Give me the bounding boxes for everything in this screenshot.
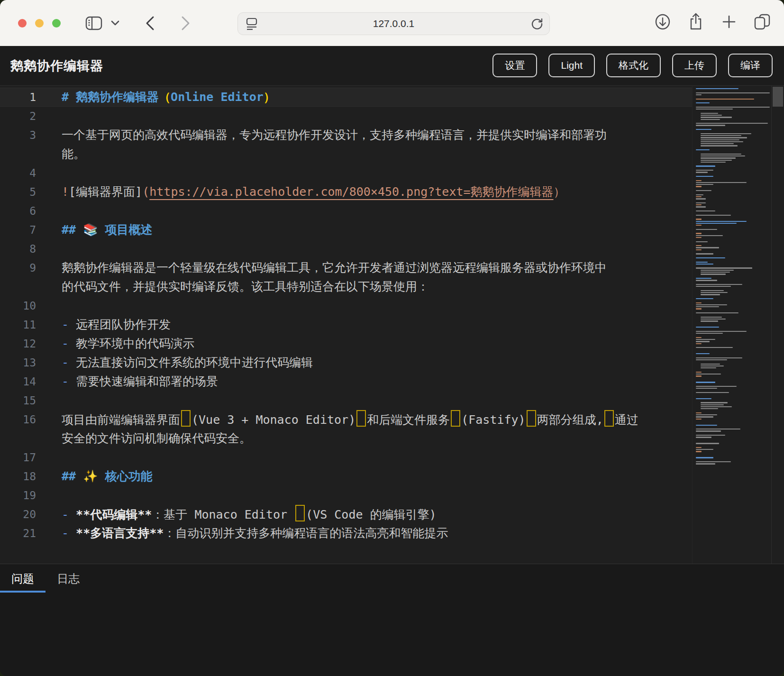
minimap-line [696,186,702,187]
compile-button[interactable]: 编译 [728,54,773,77]
tabs-overview-icon[interactable] [752,11,773,32]
upload-button[interactable]: 上传 [672,54,717,77]
share-icon[interactable] [685,11,706,32]
sidebar-icon[interactable] [83,13,104,34]
minimize-window-button[interactable] [35,19,44,27]
editor-scrollbar[interactable] [772,86,784,564]
minimap-line [701,272,730,273]
minimap-line [696,463,715,464]
minimap-line [696,286,731,287]
line-number: 16 [0,410,36,429]
line-number [0,277,36,296]
code-line[interactable]: 4 [0,164,693,183]
code-line[interactable]: 1# 鹅鹅协作编辑器（Online Editor） [0,88,693,107]
code-line[interactable]: 2 [0,107,693,126]
line-content: - **代码编辑**：基于 Monaco Editor (VS Code 的编辑… [62,505,437,524]
line-content: 的代码文件，并提供实时编译反馈。该工具特别适合在以下场景使用： [62,277,429,296]
settings-button[interactable]: 设置 [492,54,537,77]
line-content: ## 📚 项目概述 [62,220,152,239]
code-line[interactable]: 20- **代码编辑**：基于 Monaco Editor (VS Code 的… [0,505,693,524]
code-line[interactable]: 13- 无法直接访问文件系统的环境中进行代码编辑 [0,353,693,372]
downloads-icon[interactable] [652,11,673,32]
unicode-highlight-box [181,410,191,427]
code-line[interactable]: 11- 远程团队协作开发 [0,315,693,334]
minimap-line [696,262,708,263]
code-line[interactable]: 19 [0,486,693,505]
minimap-line [696,206,706,207]
code-token: （ [159,90,171,104]
code-line[interactable]: 8 [0,239,693,258]
minimap-line [696,102,710,103]
minimap-line [696,196,702,197]
code-line-wrap[interactable]: 安全的文件访问机制确保代码安全。 [0,429,693,448]
minimap-line [701,408,718,409]
code-line[interactable]: 14- 需要快速编辑和部署的场景 [0,372,693,391]
minimap-line [701,133,751,134]
line-number: 15 [0,391,36,410]
minimap-line [696,204,702,205]
back-icon[interactable] [139,13,160,34]
minimap-line [696,306,719,307]
scrollbar-thumb[interactable] [773,87,783,107]
line-number: 20 [0,505,36,524]
code-token: Online Editor [171,90,264,104]
minimap-line [696,312,738,313]
format-button[interactable]: 格式化 [606,54,661,77]
code-token: - [62,526,76,540]
panel-tab-logs[interactable]: 日志 [46,564,91,594]
forward-icon[interactable] [175,13,196,34]
line-number: 10 [0,296,36,315]
minimap-line [701,319,726,320]
code-token: 需要快速编辑和部署的场景 [76,375,218,388]
new-tab-icon[interactable] [719,11,739,32]
minimap-line [701,402,728,403]
code-line[interactable]: 9鹅鹅协作编辑器是一个轻量级在线代码编辑工具，它允许开发者通过浏览器远程编辑服务… [0,258,693,277]
code-line[interactable]: 5![编辑器界面](https://via.placeholder.com/80… [0,183,693,201]
code-editor[interactable]: 1# 鹅鹅协作编辑器（Online Editor）23一个基于网页的高效代码编辑… [0,86,784,564]
minimap-line [696,107,770,108]
minimap-line [696,337,702,338]
panel-tab-problems[interactable]: 问题 [0,564,46,594]
address-bar[interactable]: 127.0.0.1 [237,12,550,35]
minimap-line [701,115,722,116]
minimap-line [696,357,742,358]
code-line[interactable]: 15 [0,391,693,410]
minimap-line [696,435,725,436]
code-token: # 鹅鹅协作编辑器 [62,90,159,104]
code-line[interactable]: 16项目由前端编辑器界面(Vue 3 + Monaco Editor)和后端文件… [0,410,693,429]
code-line-wrap[interactable]: 的代码文件，并提供实时编译反馈。该工具特别适合在以下场景使用： [0,277,693,296]
theme-button[interactable]: Light [548,54,595,77]
code-line[interactable]: 7## 📚 项目概述 [0,220,693,239]
minimap-line [696,449,713,450]
refresh-icon[interactable] [530,17,544,30]
code-line[interactable]: 10 [0,296,693,315]
code-line[interactable]: 3一个基于网页的高效代码编辑器，专为远程协作开发设计，支持多种编程语言，并提供实… [0,126,693,145]
code-line-wrap[interactable]: 能。 [0,145,693,164]
code-line[interactable]: 12- 教学环境中的代码演示 [0,334,693,353]
panel-tabs: 问题日志 [0,564,784,594]
minimap-line [696,284,742,285]
code-token: 两部分组成, [537,413,603,427]
chevron-down-icon[interactable] [108,13,122,34]
unicode-highlight-box [527,410,536,427]
reader-icon[interactable] [245,17,259,31]
line-content: 能。 [62,145,85,164]
close-window-button[interactable] [18,19,27,27]
zoom-window-button[interactable] [52,19,61,27]
editor-code-area[interactable]: 1# 鹅鹅协作编辑器（Online Editor）23一个基于网页的高效代码编辑… [0,86,693,564]
minimap-line [696,374,721,375]
code-line[interactable]: 21- **多语言支持**：自动识别并支持多种编程语言的语法高亮和智能提示 [0,524,693,543]
minimap[interactable] [692,86,772,564]
minimap-line [696,412,702,413]
line-number: 2 [0,107,36,126]
code-token: **代码编辑** [76,508,152,521]
code-line[interactable]: 17 [0,448,693,467]
line-content: - **多语言支持**：自动识别并支持多种编程语言的语法高亮和智能提示 [62,524,448,543]
code-line[interactable]: 18## ✨ 核心功能 [0,467,693,486]
minimap-line [701,155,745,156]
toolbar-buttons: 设置Light格式化上传编译 [492,54,773,77]
minimap-line [696,123,768,124]
code-line[interactable]: 6 [0,201,693,220]
minimap-line [696,443,719,444]
line-number [0,429,36,448]
